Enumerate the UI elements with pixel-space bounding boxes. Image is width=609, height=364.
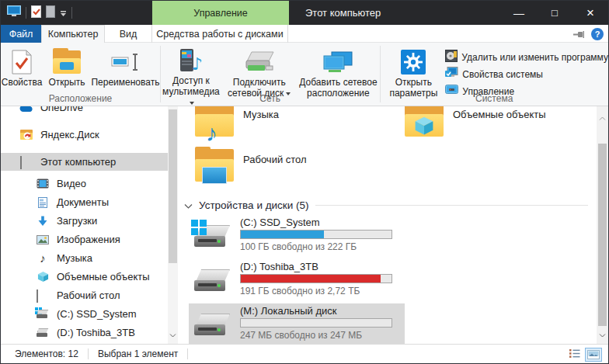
sidebar-item-yandex-disk[interactable]: Яндекс.Диск bbox=[1, 126, 178, 144]
ribbon-group-network: ♪ Доступ к мультимедиа Подключить сетево… bbox=[161, 43, 380, 106]
divider bbox=[71, 7, 72, 19]
music-icon: ♪ bbox=[36, 253, 50, 263]
uninstall-program-icon bbox=[445, 50, 458, 65]
music-note-icon: ♪ bbox=[206, 128, 218, 138]
sidebar-item-this-pc[interactable]: Этот компьютер bbox=[1, 153, 178, 171]
system-drive-icon bbox=[36, 310, 50, 319]
sidebar-item-downloads[interactable]: Загрузки bbox=[1, 212, 178, 230]
open-folder-icon bbox=[53, 48, 81, 76]
divider bbox=[315, 205, 588, 206]
selection-count: Выбран 1 элемент bbox=[98, 348, 178, 359]
minimize-button[interactable]: — bbox=[501, 1, 537, 25]
ribbon: Свойства Открыть Переименовать Расп bbox=[1, 43, 608, 106]
navigation-pane: OneDrive Яндекс.Диск Этот компьютер bbox=[1, 106, 178, 344]
folder-icon bbox=[195, 149, 234, 182]
windows-logo-icon bbox=[191, 220, 207, 236]
blank-document-icon[interactable] bbox=[46, 5, 55, 21]
drive-tile-d[interactable]: (D:) Toshiba_3TB 191 ГБ свободно из 2,72… bbox=[189, 259, 405, 301]
pictures-icon bbox=[36, 235, 50, 244]
group-label-system: Система bbox=[380, 93, 608, 104]
documents-icon bbox=[36, 197, 50, 208]
tab-view[interactable]: Вид bbox=[105, 25, 151, 43]
sidebar-item-documents[interactable]: Документы bbox=[1, 193, 178, 211]
quick-access-toolbar bbox=[1, 5, 72, 21]
yandex-disk-icon bbox=[19, 130, 33, 140]
divider bbox=[187, 348, 188, 359]
devices-and-drives-section[interactable]: Устройства и диски (5) bbox=[184, 198, 588, 212]
add-network-location-icon bbox=[322, 48, 353, 76]
chevron-down-icon[interactable] bbox=[184, 198, 193, 212]
divider bbox=[88, 348, 89, 359]
uninstall-program-button[interactable]: Удалить или изменить программу bbox=[445, 50, 608, 64]
chevron-up-icon[interactable] bbox=[599, 109, 606, 123]
sidebar-item-music[interactable]: ♪ Музыка bbox=[1, 249, 178, 267]
folder-tile-desktop[interactable]: Рабочий стол bbox=[195, 149, 398, 182]
scrollbar-thumb[interactable] bbox=[169, 109, 177, 263]
thumbnails-view-icon[interactable] bbox=[585, 348, 602, 362]
folder-icon bbox=[405, 106, 444, 137]
properties-icon bbox=[12, 48, 32, 76]
capacity-bar bbox=[240, 274, 392, 283]
contextual-tab-header[interactable]: Управление bbox=[152, 1, 289, 25]
divider bbox=[26, 7, 26, 19]
3d-objects-icon bbox=[36, 271, 50, 283]
downloads-icon bbox=[36, 216, 50, 227]
window-title: Этот компьютер bbox=[305, 1, 381, 25]
chevron-down-icon[interactable] bbox=[599, 327, 606, 341]
folder-tile-music[interactable]: ♪ Музыка bbox=[195, 106, 398, 137]
tab-file[interactable]: Файл bbox=[1, 25, 41, 43]
chevron-down-icon[interactable] bbox=[169, 327, 176, 341]
sidebar-item-3d-objects[interactable]: Объемные объекты bbox=[1, 268, 178, 286]
drive-tile-m[interactable]: (M:) Локальный диск 247 МБ свободно из 2… bbox=[189, 303, 405, 344]
folder-icon: ♪ bbox=[195, 106, 234, 137]
ribbon-group-location: Свойства Открыть Переименовать Расп bbox=[1, 43, 160, 106]
system-properties-button[interactable]: Свойства системы bbox=[445, 67, 608, 81]
videos-icon bbox=[36, 179, 50, 189]
sidebar-scrollbar[interactable] bbox=[168, 106, 178, 344]
explorer-window: Управление Этот компьютер — □ × Файл Ком… bbox=[0, 0, 609, 364]
items-count: Элементов: 12 bbox=[15, 348, 78, 359]
system-properties-icon bbox=[445, 67, 458, 81]
sidebar-item-onedrive[interactable]: OneDrive bbox=[1, 106, 178, 116]
hard-drive-icon bbox=[193, 311, 232, 341]
map-drive-icon bbox=[244, 48, 275, 76]
computer-icon[interactable] bbox=[7, 5, 21, 20]
sidebar-item-drive-d[interactable]: (D:) Toshiba_3TB bbox=[1, 324, 178, 341]
desktop-icon bbox=[36, 290, 50, 300]
pin-ribbon-icon[interactable] bbox=[573, 27, 585, 41]
settings-gear-icon bbox=[401, 48, 426, 76]
ribbon-tabs: Файл Компьютер Вид Средства работы с дис… bbox=[1, 25, 608, 43]
media-access-icon: ♪ bbox=[179, 48, 204, 75]
group-label-location: Расположение bbox=[1, 93, 160, 104]
sidebar-item-videos[interactable]: Видео bbox=[1, 175, 178, 192]
monitor-icon bbox=[202, 167, 227, 184]
tab-disk-tools[interactable]: Средства работы с дисками bbox=[151, 25, 288, 43]
capacity-bar bbox=[240, 318, 392, 328]
titlebar: Управление Этот компьютер — □ × bbox=[1, 1, 608, 25]
scrollbar-thumb[interactable] bbox=[598, 144, 607, 326]
onedrive-cloud-icon bbox=[19, 106, 33, 113]
ribbon-group-system: Открыть параметры Удалить или изменить п… bbox=[380, 43, 608, 106]
drive-tile-c[interactable]: (C:) SSD_System 100 ГБ свободно из 222 Г… bbox=[189, 215, 405, 257]
hard-drive-icon bbox=[193, 267, 232, 296]
folder-tile-3d-objects[interactable]: Объемные объекты bbox=[405, 106, 608, 137]
properties-check-icon[interactable] bbox=[31, 5, 41, 21]
details-view-icon[interactable] bbox=[569, 348, 580, 362]
sidebar-item-pictures[interactable]: Изображения bbox=[1, 231, 178, 248]
sidebar-item-drive-c[interactable]: (C:) SSD_System bbox=[1, 305, 178, 323]
hard-drive-icon bbox=[193, 223, 232, 252]
tab-computer[interactable]: Компьютер bbox=[41, 25, 105, 43]
main-scrollbar[interactable] bbox=[597, 106, 608, 344]
hard-drive-icon bbox=[36, 328, 50, 338]
group-label-network: Сеть bbox=[161, 93, 380, 104]
capacity-bar bbox=[240, 230, 392, 239]
close-button[interactable]: × bbox=[572, 1, 608, 25]
sidebar-item-desktop[interactable]: Рабочий стол bbox=[1, 286, 178, 304]
status-bar: Элементов: 12 Выбран 1 элемент bbox=[1, 344, 608, 363]
this-pc-icon bbox=[19, 157, 33, 167]
maximize-button[interactable]: □ bbox=[537, 1, 572, 25]
qat-customize-arrow-icon[interactable] bbox=[60, 6, 67, 20]
rename-icon bbox=[111, 48, 139, 76]
help-icon[interactable]: ? bbox=[591, 28, 604, 40]
file-list-pane: ♪ Музыка Объемные объекты Рабочий с bbox=[178, 106, 608, 344]
